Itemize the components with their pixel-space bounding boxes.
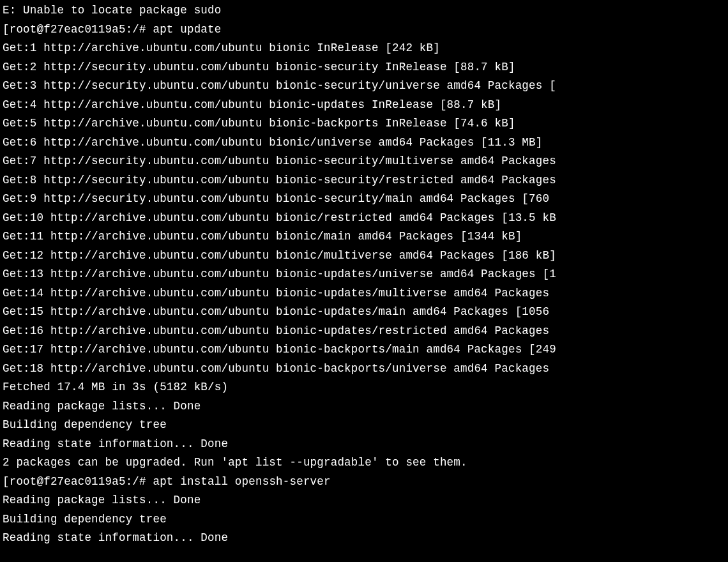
terminal-output-line: Get:4 http://archive.ubuntu.com/ubuntu b… (3, 96, 725, 115)
terminal-output-line: Get:6 http://archive.ubuntu.com/ubuntu b… (3, 133, 725, 153)
terminal-output-line: Get:8 http://security.ubuntu.com/ubuntu … (3, 171, 725, 190)
terminal-output-line: Get:9 http://security.ubuntu.com/ubuntu … (3, 190, 725, 209)
terminal-output-line: Reading state information... Done (3, 529, 725, 548)
terminal-output-line: Get:5 http://archive.ubuntu.com/ubuntu b… (3, 114, 725, 133)
terminal-output-line: Get:11 http://archive.ubuntu.com/ubuntu … (3, 227, 725, 247)
shell-command: apt install openssh-server (153, 475, 330, 488)
shell-command: apt update (153, 23, 221, 36)
terminal-output-line: Get:14 http://archive.ubuntu.com/ubuntu … (3, 284, 725, 303)
terminal-output-line: 2 packages can be upgraded. Run 'apt lis… (3, 453, 725, 473)
terminal-output-line: Get:16 http://archive.ubuntu.com/ubuntu … (3, 322, 725, 341)
terminal-output-line: Get:13 http://archive.ubuntu.com/ubuntu … (3, 265, 725, 284)
terminal-output-line: Get:2 http://security.ubuntu.com/ubuntu … (3, 58, 725, 77)
terminal-output-line: Get:12 http://archive.ubuntu.com/ubuntu … (3, 247, 725, 266)
terminal-prompt-line: [root@f27eac0119a5:/# apt install openss… (3, 473, 725, 492)
terminal-output-line: Reading state information... Done (3, 435, 725, 454)
terminal-output-line: Get:3 http://security.ubuntu.com/ubuntu … (3, 77, 725, 96)
terminal-output-line: Fetched 17.4 MB in 3s (5182 kB/s) (3, 378, 725, 397)
shell-prompt: [root@f27eac0119a5:/# (3, 23, 153, 36)
terminal-output-line: E: Unable to locate package sudo (3, 1, 725, 20)
terminal-output-line: Building dependency tree (3, 510, 725, 529)
terminal-output-line: Get:1 http://archive.ubuntu.com/ubuntu b… (3, 39, 725, 58)
terminal-prompt-line: [root@f27eac0119a5:/# apt update (3, 20, 725, 40)
terminal-output-line: Reading package lists... Done (3, 397, 725, 416)
terminal-output-line: Get:15 http://archive.ubuntu.com/ubuntu … (3, 303, 725, 322)
shell-prompt: [root@f27eac0119a5:/# (3, 475, 153, 488)
terminal-output-line: Get:17 http://archive.ubuntu.com/ubuntu … (3, 340, 725, 360)
terminal-output-line: Building dependency tree (3, 416, 725, 435)
terminal-output-line: Get:10 http://archive.ubuntu.com/ubuntu … (3, 209, 725, 228)
terminal-output-line: Get:7 http://security.ubuntu.com/ubuntu … (3, 152, 725, 171)
terminal-output-line: Get:18 http://archive.ubuntu.com/ubuntu … (3, 360, 725, 379)
terminal-output[interactable]: E: Unable to locate package sudo[root@f2… (3, 1, 725, 548)
terminal-output-line: Reading package lists... Done (3, 491, 725, 510)
